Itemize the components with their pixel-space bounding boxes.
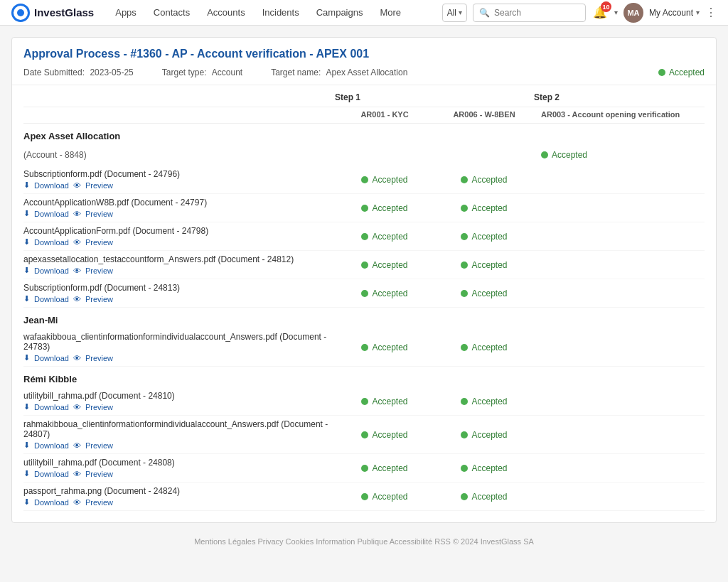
- nav-contacts[interactable]: Contacts: [146, 3, 197, 22]
- preview-link[interactable]: Preview: [85, 354, 113, 362]
- status-dot: [361, 465, 368, 472]
- status-cell: Accepted: [434, 203, 534, 213]
- download-link[interactable]: Download: [34, 354, 69, 362]
- doc-actions: ⬇ Download 👁 Preview: [23, 497, 335, 507]
- download-link[interactable]: Download: [34, 238, 69, 247]
- preview-link[interactable]: Preview: [85, 470, 113, 478]
- section-title: Apex Asset Allocation: [23, 124, 705, 144]
- status-cell: Accepted: [434, 343, 534, 352]
- settings-icon[interactable]: ⋮: [705, 6, 717, 19]
- download-icon: ⬇: [23, 209, 30, 218]
- doc-info: utilitybill_rahma.pdf (Document - 24808)…: [23, 458, 335, 478]
- preview-link[interactable]: Preview: [85, 181, 113, 190]
- preview-link[interactable]: Preview: [85, 238, 113, 247]
- accepted-label: Accepted: [372, 430, 407, 440]
- status-cell: Accepted: [434, 397, 534, 406]
- search-filter-label: All: [447, 8, 456, 18]
- download-icon: ⬇: [23, 180, 30, 190]
- accepted-label: Accepted: [372, 397, 407, 406]
- doc-info: passport_rahma.png (Document - 24824) ⬇ …: [23, 486, 335, 507]
- logo[interactable]: InvestGlass: [11, 4, 94, 22]
- nav-accounts[interactable]: Accounts: [200, 3, 252, 22]
- search-input[interactable]: [494, 8, 579, 18]
- status-dot: [461, 465, 468, 472]
- logo-icon: [11, 4, 30, 22]
- accepted-label: Accepted: [471, 343, 507, 352]
- section-title: Rémi Kibble: [23, 367, 705, 387]
- status-cell: Accepted: [434, 463, 534, 473]
- preview-link[interactable]: Preview: [85, 441, 113, 450]
- preview-link[interactable]: Preview: [85, 266, 113, 275]
- nav-campaigns[interactable]: Campaigns: [309, 3, 370, 22]
- account-label: (Account - 8848): [23, 150, 335, 160]
- search-icon: 🔍: [479, 8, 490, 18]
- status-dot: [461, 290, 468, 297]
- doc-row: AccountApplicationForm.pdf (Document - 2…: [23, 222, 705, 251]
- chevron-down-icon[interactable]: ▾: [614, 9, 618, 16]
- doc-actions: ⬇ Download 👁 Preview: [23, 237, 335, 247]
- notifications-bell[interactable]: 🔔 10: [592, 4, 609, 21]
- download-link[interactable]: Download: [34, 266, 69, 275]
- doc-info: wafaakibboua_clientinformationformindivi…: [23, 332, 335, 362]
- accepted-label: Accepted: [372, 343, 407, 352]
- nav-incidents[interactable]: Incidents: [255, 3, 306, 22]
- download-icon: ⬇: [23, 441, 30, 450]
- status-dot: [541, 151, 548, 158]
- chevron-down-icon: ▾: [459, 9, 462, 16]
- status-cell: Accepted: [434, 260, 534, 270]
- download-link[interactable]: Download: [34, 470, 69, 478]
- target-type: Target type: Account: [162, 68, 242, 77]
- status-cell: Accepted: [335, 203, 434, 213]
- preview-icon: 👁: [73, 181, 81, 190]
- preview-icon: 👁: [73, 238, 81, 247]
- accepted-label: Accepted: [552, 150, 587, 160]
- doc-info: apexassetallocation_testaccountform_Answ…: [23, 254, 335, 275]
- doc-info: Subscriptionform.pdf (Document - 24796) …: [23, 169, 335, 190]
- download-link[interactable]: Download: [34, 498, 69, 507]
- download-link[interactable]: Download: [34, 403, 69, 411]
- status-dot: [461, 176, 468, 183]
- section-title: Jean-Mi: [23, 308, 705, 328]
- search-filter-dropdown[interactable]: All ▾: [442, 4, 467, 22]
- status-dot: [461, 398, 468, 405]
- preview-link[interactable]: Preview: [85, 210, 113, 218]
- status-dot: [361, 205, 368, 212]
- sections-container: Apex Asset Allocation (Account - 8848) A…: [23, 124, 705, 511]
- download-link[interactable]: Download: [34, 181, 69, 190]
- doc-actions: ⬇ Download 👁 Preview: [23, 266, 335, 275]
- download-link[interactable]: Download: [34, 295, 69, 303]
- preview-icon: 👁: [73, 266, 81, 275]
- status-cell: Accepted: [335, 260, 434, 270]
- status-dot: [361, 344, 368, 351]
- doc-info: Subscriptionform.pdf (Document - 24813) …: [23, 283, 335, 303]
- status-cell: Accepted: [434, 492, 534, 502]
- nav-links: Apps Contacts Accounts Incidents Campaig…: [108, 3, 441, 22]
- doc-name: Subscriptionform.pdf (Document - 24813): [23, 283, 335, 293]
- doc-row: Subscriptionform.pdf (Document - 24813) …: [23, 279, 705, 308]
- preview-icon: 👁: [73, 441, 81, 450]
- download-link[interactable]: Download: [34, 441, 69, 450]
- nav-more[interactable]: More: [373, 3, 408, 22]
- download-icon: ⬇: [23, 294, 30, 303]
- accepted-label: Accepted: [471, 232, 507, 242]
- nav-apps[interactable]: Apps: [108, 3, 144, 22]
- doc-info: rahmakibboua_clientinformationformindivi…: [23, 419, 335, 450]
- accepted-label: Accepted: [372, 463, 407, 473]
- account-menu[interactable]: My Account ▾: [649, 8, 700, 18]
- col3-header: AR003 - Account opening verification: [534, 110, 705, 119]
- preview-link[interactable]: Preview: [85, 403, 113, 411]
- preview-link[interactable]: Preview: [85, 498, 113, 507]
- doc-row: utilitybill_rahma.pdf (Document - 24810)…: [23, 387, 705, 416]
- download-link[interactable]: Download: [34, 210, 69, 218]
- preview-link[interactable]: Preview: [85, 295, 113, 303]
- status-dot: [461, 431, 468, 438]
- approval-header: Approval Process - #1360 - AP - Account …: [12, 38, 716, 85]
- table-area: Step 1 Step 2 AR001 - KYC AR006 - W-8BEN…: [12, 85, 716, 522]
- status-dot: [361, 262, 368, 269]
- search-bar: 🔍: [473, 4, 586, 22]
- download-icon: ⬇: [23, 402, 30, 411]
- main-content: Approval Process - #1360 - AP - Account …: [0, 26, 728, 564]
- account-chevron-icon: ▾: [696, 9, 700, 16]
- approval-meta: Date Submitted: 2023-05-25 Target type: …: [23, 68, 705, 77]
- navbar: InvestGlass Apps Contacts Accounts Incid…: [0, 0, 728, 26]
